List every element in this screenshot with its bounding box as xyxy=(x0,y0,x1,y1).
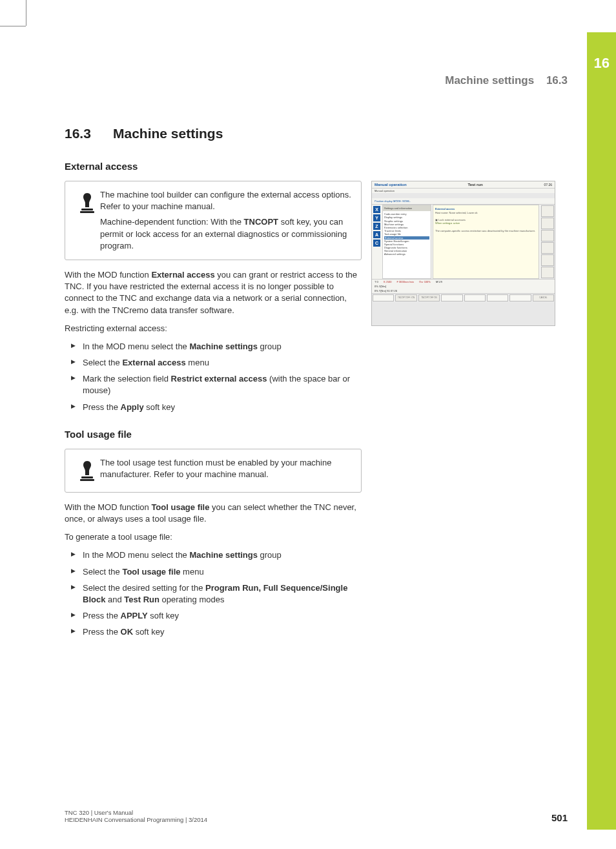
panel-note: The computer-specific access restriction… xyxy=(435,229,537,233)
footer-text: TNC 320 | User's Manual HEIDENHAIN Conve… xyxy=(65,809,207,823)
ss-titlebar: Manual operation Test run 07:26 xyxy=(372,181,555,189)
text: Select the xyxy=(83,567,122,577)
text-strong: External access xyxy=(122,358,185,367)
status-s: S 2500 xyxy=(384,280,392,283)
axis-label: C xyxy=(373,240,380,247)
tree-item: Advanced settings xyxy=(384,252,429,256)
text-strong: APPLY xyxy=(121,611,148,620)
softkey: TNCOPT OFF / ON xyxy=(395,294,416,302)
softkey: TNCOPT OFF ON xyxy=(418,294,440,302)
text: With the MOD function xyxy=(65,502,151,512)
text: menu xyxy=(181,567,204,577)
text: group xyxy=(258,550,282,560)
step-item: Press the Apply soft key xyxy=(65,402,362,413)
svg-rect-0 xyxy=(81,209,93,210)
crop-marks xyxy=(0,0,39,39)
status-f: F 3000mm/min xyxy=(396,280,414,283)
status-t: T 0 xyxy=(375,280,378,283)
ss-panel: External access Host name: None selected… xyxy=(433,205,539,279)
ss-tree-header: Settings and information xyxy=(383,205,431,211)
text-strong: Machine settings xyxy=(189,342,257,351)
softkey xyxy=(441,294,462,302)
ss-feed-line: 0% Y[Nm] S1 07:26 xyxy=(372,289,555,293)
axis-label: Z xyxy=(373,223,380,230)
text: operating modes xyxy=(159,595,224,604)
header-title: Machine settings xyxy=(445,74,534,87)
svg-rect-2 xyxy=(81,476,93,478)
chapter-number: 16 xyxy=(594,55,610,72)
step-item: Select the Tool usage file menu xyxy=(65,566,362,578)
ss-side-button xyxy=(541,205,554,217)
page-footer: TNC 320 | User's Manual HEIDENHAIN Conve… xyxy=(65,809,568,823)
softkey xyxy=(509,294,531,302)
body-paragraph: With the MOD function Tool usage file yo… xyxy=(65,502,362,525)
page-number: 501 xyxy=(551,812,568,823)
step-item: Select the External access menu xyxy=(65,357,362,369)
svg-rect-1 xyxy=(80,211,94,213)
ss-side-button xyxy=(541,218,554,229)
softkey xyxy=(373,294,394,302)
note-paragraph: The machine tool builder can configure t… xyxy=(100,189,352,212)
axis-label: Y xyxy=(373,214,380,221)
note-paragraph: The tool usage test function must be ena… xyxy=(100,457,352,480)
note-text: The tool usage test function must be ena… xyxy=(100,457,352,480)
text: Press the xyxy=(83,402,121,412)
ss-mode-right: Test run xyxy=(467,183,482,187)
text: and xyxy=(105,595,124,604)
step-item: In the MOD menu select the Machine setti… xyxy=(65,341,362,353)
step-item: Press the OK soft key xyxy=(65,626,362,638)
note-box-external-access: The machine tool builder can configure t… xyxy=(65,181,362,260)
text: Machine-dependent function: With the xyxy=(100,217,244,227)
subsection-external-access: External access xyxy=(65,161,555,172)
axis-label: A xyxy=(373,231,380,238)
steps-intro: To generate a tool usage file: xyxy=(65,531,362,543)
ss-right-column xyxy=(540,205,555,279)
subsection-tool-usage: Tool usage file xyxy=(65,429,555,440)
step-item: In the MOD menu select the Machine setti… xyxy=(65,549,362,561)
text-strong: Apply xyxy=(121,402,144,412)
text: Select the xyxy=(83,358,122,367)
ss-feed-line: 0% X[Nm] xyxy=(372,284,555,289)
text: soft key xyxy=(144,402,175,412)
axis-label: X xyxy=(373,206,380,213)
text-strong: TNCOPT xyxy=(244,217,278,227)
ss-tree: Settings and information Code-number ent… xyxy=(382,205,431,279)
steps-intro: Restricting external access: xyxy=(65,323,362,334)
ss-position-line: Position display MODE: NOML. xyxy=(372,198,555,205)
manual-icon xyxy=(74,457,100,484)
steps-list-external-access: In the MOD menu select the Machine setti… xyxy=(65,341,362,413)
chapter-tab xyxy=(587,32,616,830)
ss-side-button xyxy=(541,254,554,266)
running-header: Machine settings 16.3 xyxy=(445,74,568,87)
step-item: Select the desired setting for the Progr… xyxy=(65,582,362,606)
text: soft key xyxy=(133,627,164,637)
section-number: 16.3 xyxy=(65,126,113,141)
ss-softkey-row: TNCOPT OFF / ON TNCOPT OFF ON CANCEL xyxy=(372,293,555,302)
ss-side-button xyxy=(541,230,554,241)
text: In the MOD menu select the xyxy=(83,550,189,560)
body-paragraph: With the MOD function External access yo… xyxy=(65,269,362,316)
header-section: 16.3 xyxy=(546,74,568,87)
text-strong: Restrict external access xyxy=(171,374,267,384)
ss-mode-left: Manual operation xyxy=(375,183,407,187)
text: Lock external accesses xyxy=(438,218,466,221)
step-item: Press the APPLY soft key xyxy=(65,610,362,622)
panel-line: Host name: None selected, Lower ok xyxy=(435,211,537,215)
note-paragraph: Machine-dependent function: With the TNC… xyxy=(100,216,352,252)
step-item: Mark the selection field Restrict extern… xyxy=(65,373,362,396)
softkey xyxy=(464,294,486,302)
control-screenshot: Manual operation Test run 07:26 Manual o… xyxy=(371,181,555,326)
text-strong: Test Run xyxy=(124,595,159,604)
text: soft key xyxy=(148,611,179,620)
softkey xyxy=(487,294,508,302)
ss-side-button xyxy=(541,242,554,254)
text-strong: Tool usage file xyxy=(151,502,209,512)
ss-time: 07:26 xyxy=(544,183,552,187)
ss-status-line: T 0 S 2500 F 3000mm/min Ovr 100% M 5/9 xyxy=(372,279,555,284)
text: menu xyxy=(186,358,209,367)
ss-subtitle: Manual operation xyxy=(372,189,555,193)
steps-list-tool-usage: In the MOD menu select the Machine setti… xyxy=(65,549,362,638)
text-strong: Machine settings xyxy=(189,550,257,560)
text-strong: OK xyxy=(121,627,134,637)
ss-axis-column: X Y Z A C xyxy=(372,205,382,279)
